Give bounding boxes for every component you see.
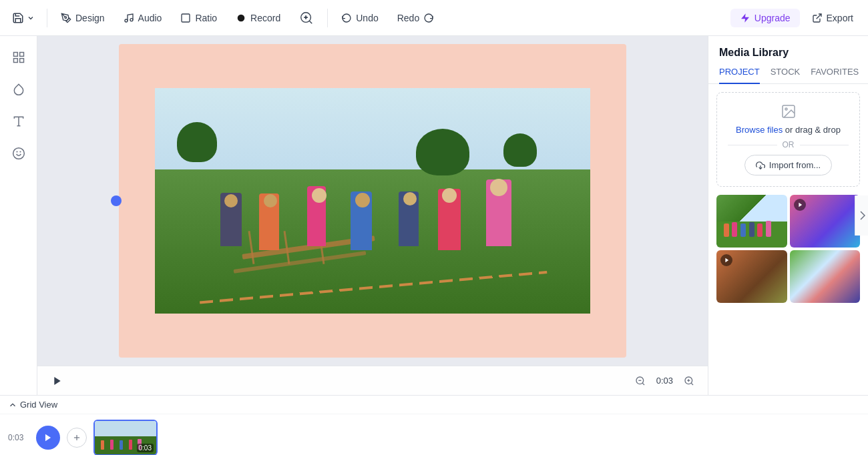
video-indicator-3 [720,254,732,266]
canvas-wrapper[interactable] [37,36,708,366]
design-label: Design [75,13,105,23]
export-label: Export [827,13,853,23]
timeline-clip-1[interactable]: 0:03 [93,420,158,455]
layout-icon [12,51,25,64]
canvas-frame[interactable] [119,44,626,358]
media-grid [708,195,868,311]
canvas-video [155,88,590,314]
video-play-icon-2 [797,202,803,207]
svg-rect-15 [19,59,23,63]
canvas-area: 0:03 [37,36,708,395]
svg-point-1 [125,19,128,22]
chevron-right-icon [859,211,865,220]
undo-button[interactable]: Undo [333,9,386,27]
record-label: Record [250,13,280,23]
svg-rect-13 [19,53,23,57]
timeline-add-button[interactable] [67,428,87,448]
emoji-icon [12,147,25,160]
media-thumb-1[interactable] [716,195,787,248]
toolbar: Design Audio Ratio Record [0,0,868,36]
video-controls-bar: 0:03 [37,366,708,395]
svg-point-5 [239,16,242,19]
svg-marker-10 [741,13,749,22]
upload-browse-text: Browse files or drag & drop [736,125,841,135]
sidebar-droplet-tool[interactable] [5,76,32,103]
design-button[interactable]: Design [53,9,113,27]
toolbar-divider-1 [47,9,47,27]
redo-button[interactable]: Redo [389,9,442,27]
thumb-image-4 [790,250,861,303]
kids-scene-image [155,88,590,314]
save-button[interactable] [5,8,41,28]
ratio-button[interactable]: Ratio [172,9,225,27]
svg-point-30 [785,108,787,110]
redo-icon [423,13,434,23]
media-thumb-2[interactable] [790,195,861,248]
text-icon [12,115,25,128]
zoom-out-button[interactable] [632,373,648,389]
play-icon [52,376,63,386]
undo-icon [341,13,352,23]
tab-stock[interactable]: STOCK [771,67,801,83]
audio-button[interactable]: Audio [116,9,170,27]
clip-duration: 0:03 [137,444,154,452]
export-icon [812,13,823,23]
image-upload-icon [781,103,797,119]
upgrade-icon [740,13,750,23]
design-icon [61,13,71,23]
redo-label: Redo [397,13,419,23]
svg-line-23 [642,383,644,385]
grid-view-button[interactable]: Grid View [8,400,57,410]
svg-rect-12 [13,53,17,57]
thumb-image-1 [716,195,787,248]
timeline-play-button[interactable] [36,426,60,450]
svg-rect-14 [13,59,17,63]
audio-icon [124,13,134,23]
record-button[interactable]: Record [228,9,288,27]
search-icon [299,11,314,25]
zoom-in-icon [684,376,694,386]
zoom-out-icon [635,376,646,386]
video-play-icon-3 [724,258,729,263]
sidebar-emoji-tool[interactable] [5,140,32,167]
timeline-play-icon [43,433,53,442]
svg-marker-34 [45,434,51,442]
import-from-button[interactable]: Import from... [744,155,832,175]
timeline-header: Grid View [0,396,868,414]
canvas-play-button[interactable] [48,372,67,390]
export-button[interactable]: Export [803,9,863,27]
upgrade-button[interactable]: Upgrade [730,9,800,27]
timeline-area: Grid View 0:03 0:03 [0,395,868,455]
svg-marker-32 [799,203,802,207]
timeline-content: 0:03 0:03 [0,414,868,455]
panel-scroll-indicator[interactable] [855,195,868,236]
browse-files-link[interactable]: Browse files [736,125,783,135]
droplet-icon [12,83,25,96]
right-panel-container: Media Library PROJECT STOCK FAVORITES [708,36,868,395]
tab-project[interactable]: PROJECT [719,67,760,83]
timeline-timestamp: 0:03 [8,433,29,442]
search-button[interactable] [291,7,322,29]
save-icon [12,12,24,24]
tab-favorites[interactable]: FAVORITES [811,67,859,83]
import-icon [756,161,765,170]
ratio-label: Ratio [195,13,217,23]
record-icon [236,13,246,23]
sidebar-text-tool[interactable] [5,108,32,135]
upload-or-divider: OR [728,140,849,149]
media-thumb-3[interactable] [716,250,787,303]
zoom-in-button[interactable] [681,373,697,389]
upload-area[interactable]: Browse files or drag & drop OR Import fr… [716,92,860,187]
svg-line-26 [691,383,693,385]
add-icon [72,433,81,442]
svg-line-11 [816,14,821,19]
left-sidebar [0,36,37,395]
svg-point-2 [130,18,133,21]
media-library-title: Media Library [708,36,868,59]
undo-label: Undo [356,13,378,23]
media-thumb-4[interactable] [790,250,861,303]
upgrade-label: Upgrade [754,13,791,23]
main-area: 0:03 Media Library PROJECT STOCK [0,36,868,395]
sidebar-layout-tool[interactable] [5,44,32,71]
video-indicator-2 [794,199,806,211]
